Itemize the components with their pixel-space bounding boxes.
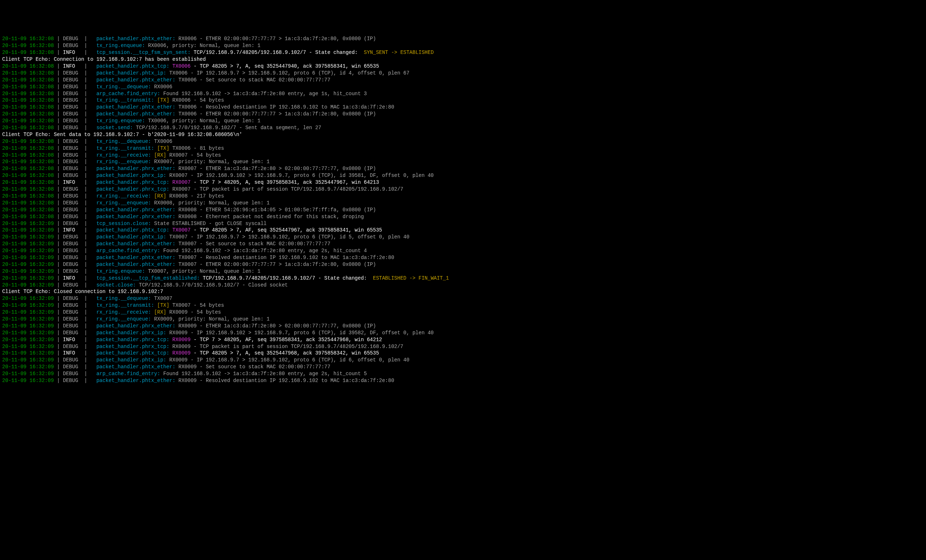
separator: | bbox=[54, 241, 63, 247]
log-line: 20-11-09 16:32:09 | DEBUG | packet_handl… bbox=[2, 234, 924, 241]
log-segment: TX0006 - 81 bytes bbox=[169, 145, 224, 151]
separator: | bbox=[54, 145, 63, 151]
timestamp: 20-11-09 16:32:08 bbox=[2, 104, 54, 110]
log-segment: TX0006 - Set source to stack MAC 02:00:0… bbox=[176, 77, 330, 83]
log-level: DEBUG bbox=[63, 166, 84, 171]
log-line: 20-11-09 16:32:08 | INFO | tcp_session._… bbox=[2, 49, 924, 56]
separator: | bbox=[84, 268, 97, 274]
separator: | bbox=[54, 330, 63, 336]
separator: | bbox=[54, 152, 63, 158]
log-segment: TX0006, priorty: Normal, queue len: 1 bbox=[145, 118, 260, 124]
log-segment: - TCP 48205 > 7, A, seq 3525447968, ack … bbox=[191, 350, 379, 356]
module-path: packet_handler.phrx_tcp: bbox=[96, 186, 169, 192]
log-level: DEBUG bbox=[63, 248, 84, 254]
separator: | bbox=[54, 111, 63, 117]
module-path: packet_handler.phrx_tcp: bbox=[96, 337, 169, 343]
separator: | bbox=[84, 145, 97, 151]
log-line: 20-11-09 16:32:09 | DEBUG | packet_handl… bbox=[2, 377, 924, 384]
log-segment: TX0006 bbox=[169, 63, 191, 69]
separator: | bbox=[54, 309, 63, 315]
separator: | bbox=[84, 241, 97, 247]
log-segment: RX0009 bbox=[169, 337, 191, 343]
timestamp: 20-11-09 16:32:08 bbox=[2, 77, 54, 83]
separator: | bbox=[84, 166, 97, 171]
log-line: 20-11-09 16:32:09 | DEBUG | packet_handl… bbox=[2, 323, 924, 330]
module-path: packet_handler.phtx_ip: bbox=[96, 70, 166, 76]
log-segment: TCP/192.168.9.7/0/192.168.9.102/7 - Sent… bbox=[133, 125, 321, 130]
log-segment: TX0006 bbox=[151, 139, 172, 144]
echo-line: Client TCP Echo: Sent data to 192.168.9.… bbox=[2, 132, 242, 138]
log-segment: TCP/192.168.9.7/48205/192.168.9.102/7 - … bbox=[191, 50, 364, 55]
log-segment: RX0008 - 217 bytes bbox=[166, 193, 224, 199]
separator: | bbox=[84, 173, 97, 179]
separator: | bbox=[54, 316, 63, 322]
log-segment: [TX] bbox=[154, 145, 169, 151]
timestamp: 20-11-09 16:32:08 bbox=[2, 70, 54, 76]
echo-line: Client TCP Echo: Connection to 192.168.9… bbox=[2, 56, 206, 62]
module-path: packet_handler.phrx_ether: bbox=[96, 207, 175, 213]
log-segment: RX0009 - Set source to stack MAC 02:00:0… bbox=[176, 364, 330, 370]
timestamp: 20-11-09 16:32:08 bbox=[2, 43, 54, 48]
log-line: 20-11-09 16:32:09 | DEBUG | socket.close… bbox=[2, 282, 924, 289]
log-line: 20-11-09 16:32:08 | DEBUG | tx_ring.__tr… bbox=[2, 97, 924, 104]
log-line: 20-11-09 16:32:09 | DEBUG | packet_handl… bbox=[2, 330, 924, 336]
separator: | bbox=[84, 63, 97, 69]
log-line: 20-11-09 16:32:09 | DEBUG | packet_handl… bbox=[2, 343, 924, 350]
module-path: packet_handler.phtx_ether: bbox=[96, 77, 175, 83]
log-line: 20-11-09 16:32:08 | DEBUG | tx_ring.__de… bbox=[2, 138, 924, 145]
separator: | bbox=[84, 337, 97, 343]
timestamp: 20-11-09 16:32:08 bbox=[2, 193, 54, 199]
timestamp: 20-11-09 16:32:08 bbox=[2, 200, 54, 206]
module-path: packet_handler.phtx_tcp: bbox=[96, 227, 169, 233]
separator: | bbox=[84, 295, 97, 301]
log-level: DEBUG bbox=[63, 200, 84, 206]
log-segment: - TCP 48205 > 7, A, seq 3525447940, ack … bbox=[191, 63, 379, 69]
separator: | bbox=[54, 166, 63, 171]
log-level: INFO bbox=[63, 350, 84, 356]
separator: | bbox=[54, 357, 63, 363]
separator: | bbox=[84, 357, 97, 363]
log-level: DEBUG bbox=[63, 303, 84, 308]
terminal-output[interactable]: 20-11-09 16:32:08 | DEBUG | packet_handl… bbox=[0, 34, 926, 385]
timestamp: 20-11-09 16:32:09 bbox=[2, 241, 54, 247]
log-line: Client TCP Echo: Connection to 192.168.9… bbox=[2, 56, 924, 63]
separator: | bbox=[54, 214, 63, 219]
log-line: 20-11-09 16:32:08 | DEBUG | packet_handl… bbox=[2, 111, 924, 118]
module-path: tx_ring.__transmit: bbox=[96, 303, 154, 308]
module-path: tx_ring.__dequeue: bbox=[96, 295, 151, 301]
module-path: packet_handler.phrx_tcp: bbox=[96, 179, 169, 185]
separator: | bbox=[54, 77, 63, 83]
log-level: DEBUG bbox=[63, 282, 84, 288]
timestamp: 20-11-09 16:32:09 bbox=[2, 268, 54, 274]
log-segment: RX0009 - Resolved destiantion IP 192.168… bbox=[176, 378, 394, 383]
log-line: 20-11-09 16:32:09 | DEBUG | rx_ring.__en… bbox=[2, 316, 924, 323]
separator: | bbox=[54, 186, 63, 192]
log-segment: - TCP 48205 > 7, AF, seq 3525447967, ack… bbox=[191, 227, 382, 233]
log-level: DEBUG bbox=[63, 125, 84, 130]
module-path: tx_ring.enqueue: bbox=[96, 268, 145, 274]
separator: | bbox=[84, 36, 97, 42]
log-segment: TCP/192.168.9.7/48205/192.168.9.102/7 - … bbox=[200, 275, 373, 281]
timestamp: 20-11-09 16:32:09 bbox=[2, 295, 54, 301]
module-path: packet_handler.phrx_ether: bbox=[96, 323, 175, 329]
separator: | bbox=[84, 207, 97, 213]
separator: | bbox=[54, 50, 63, 55]
separator: | bbox=[54, 248, 63, 254]
log-segment: Found 192.168.9.102 -> 1a:c3:da:7f:2e:80… bbox=[160, 371, 367, 377]
module-path: packet_handler.phtx_tcp: bbox=[96, 63, 169, 69]
separator: | bbox=[84, 282, 97, 288]
separator: | bbox=[54, 91, 63, 97]
log-segment: RX0006 - 54 bytes bbox=[169, 97, 224, 103]
log-segment: TX0007 - IP 192.168.9.7 > 192.168.9.102,… bbox=[166, 234, 410, 240]
log-line: 20-11-09 16:32:09 | DEBUG | tx_ring.enqu… bbox=[2, 268, 924, 275]
log-segment: TX0007, priorty: Normal, queue len: 1 bbox=[145, 268, 260, 274]
separator: | bbox=[54, 371, 63, 377]
log-segment: TX0006 - Resolved destiantion IP 192.168… bbox=[176, 104, 394, 110]
module-path: tcp_session.__tcp_fsm_established: bbox=[96, 275, 200, 281]
log-segment: Found 192.168.9.102 -> 1a:c3:da:7f:2e:80… bbox=[160, 91, 367, 97]
separator: | bbox=[54, 173, 63, 179]
separator: | bbox=[54, 337, 63, 343]
timestamp: 20-11-09 16:32:09 bbox=[2, 323, 54, 329]
separator: | bbox=[84, 50, 97, 55]
timestamp: 20-11-09 16:32:08 bbox=[2, 97, 54, 103]
